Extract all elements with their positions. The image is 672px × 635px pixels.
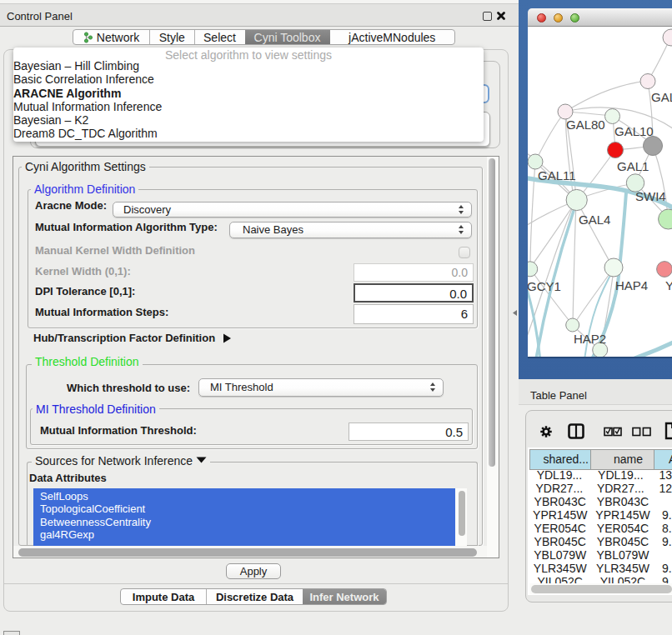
svg-text:GAL10: GAL10	[614, 124, 654, 138]
svg-text:HAP4: HAP4	[615, 278, 648, 292]
svg-text:Y: Y	[665, 278, 672, 292]
svg-text:GAL80: GAL80	[566, 118, 605, 132]
svg-text:GAL7: GAL7	[651, 90, 672, 104]
svg-text:GAL11: GAL11	[538, 168, 576, 182]
svg-text:HAP2: HAP2	[574, 332, 606, 346]
svg-text:GCY1: GCY1	[528, 279, 561, 293]
svg-text:GAL4: GAL4	[579, 212, 610, 227]
svg-text:SWI4: SWI4	[635, 189, 666, 203]
svg-text:GAL1: GAL1	[617, 159, 649, 173]
